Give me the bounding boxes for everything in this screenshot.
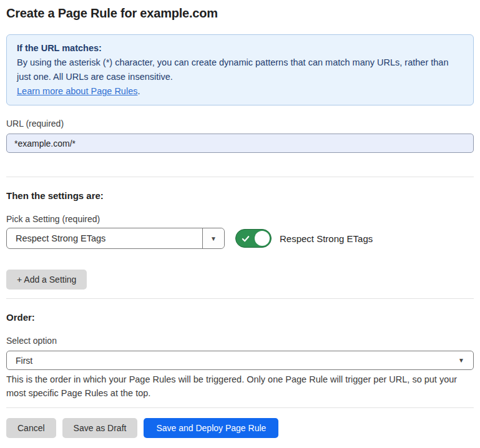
settings-heading: Then the settings are:	[6, 190, 474, 201]
footer-divider	[6, 407, 474, 408]
chevron-down-icon: ▼	[202, 228, 224, 248]
toggle-knob	[255, 231, 270, 246]
info-box-body: By using the asterisk (*) character, you…	[17, 56, 463, 84]
order-select[interactable]: First ▼	[6, 351, 474, 370]
page-title: Create a Page Rule for example.com	[6, 6, 474, 21]
setting-select-value: Respect Strong ETags	[7, 228, 202, 248]
url-match-info-box: If the URL matches: By using the asteris…	[6, 34, 474, 105]
info-box-heading: If the URL matches:	[17, 41, 463, 56]
save-as-draft-button[interactable]: Save as Draft	[62, 418, 138, 438]
save-and-deploy-button[interactable]: Save and Deploy Page Rule	[144, 418, 278, 438]
add-setting-button[interactable]: + Add a Setting	[6, 270, 87, 290]
setting-select[interactable]: Respect Strong ETags ▼	[6, 228, 225, 249]
toggle-label: Respect Strong ETags	[280, 233, 373, 244]
learn-more-link[interactable]: Learn more about Page Rules	[17, 86, 137, 96]
chevron-down-icon: ▼	[458, 357, 464, 364]
page-rule-form: Create a Page Rule for example.com If th…	[0, 0, 480, 448]
setting-toggle[interactable]	[235, 229, 272, 248]
url-input[interactable]	[6, 134, 474, 153]
pick-setting-label: Pick a Setting (required)	[6, 214, 474, 224]
order-select-label: Select option	[6, 336, 474, 346]
cancel-button[interactable]: Cancel	[6, 418, 56, 438]
section-divider	[6, 177, 474, 177]
section-divider	[6, 298, 474, 299]
order-select-value: First	[16, 356, 458, 366]
info-box-link-line: Learn more about Page Rules.	[17, 84, 463, 99]
link-suffix: .	[137, 86, 140, 96]
checkmark-icon	[242, 235, 250, 243]
setting-row: Respect Strong ETags ▼ Respect Strong ET…	[6, 228, 474, 249]
order-help-text: This is the order in which your Page Rul…	[6, 373, 474, 400]
url-field-label: URL (required)	[6, 119, 474, 129]
footer-actions: Cancel Save as Draft Save and Deploy Pag…	[6, 418, 474, 438]
order-heading: Order:	[6, 312, 474, 323]
